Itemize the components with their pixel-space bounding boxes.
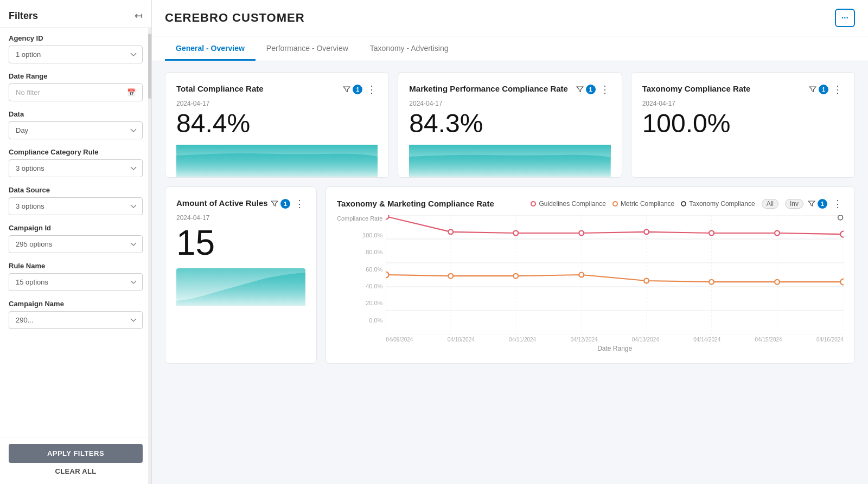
filter-label-campaign-name: Campaign Name — [9, 300, 143, 308]
svg-point-15 — [449, 229, 454, 234]
filter-label-campaign-id: Campaign Id — [9, 224, 143, 232]
legend-all-badge[interactable]: All — [762, 199, 778, 209]
tab-taxonomy-advertising[interactable]: Taxonomy - Advertising — [359, 36, 459, 61]
kpi-filter-badge-2: 1 — [586, 85, 596, 94]
header-menu-button[interactable]: ··· — [835, 9, 855, 27]
kpi-filter-button-3[interactable]: 1 — [809, 85, 828, 94]
kpi-wave-svg-1 — [176, 145, 378, 177]
sidebar-header: Filters ↤ — [0, 0, 151, 28]
line-chart-svg — [386, 215, 844, 334]
svg-point-25 — [579, 272, 584, 277]
filter-label-data-source: Data Source — [9, 186, 143, 194]
filter-select-date-range[interactable]: No filter 📅 — [9, 83, 143, 101]
filter-label-agency-id: Agency ID — [9, 34, 143, 42]
filter-group-campaign-id: Campaign Id 295 options — [9, 224, 143, 253]
filter-select-rule-name[interactable]: 15 options — [9, 273, 143, 291]
svg-point-19 — [709, 230, 714, 235]
svg-point-24 — [514, 274, 519, 279]
apply-filters-button[interactable]: APPLY FILTERS — [9, 444, 143, 463]
dashboard-content: Total Compliance Rate 1 ⋮ 2024-04-17 — [152, 61, 868, 484]
y-tick-60: 60.0% — [366, 266, 382, 273]
kpi-title-total-compliance: Total Compliance Rate — [176, 83, 343, 94]
kpi-card-total-compliance: Total Compliance Rate 1 ⋮ 2024-04-17 — [165, 72, 389, 178]
x-tick-5: 04/13/2024 — [632, 337, 659, 343]
legend-guidelines: Guidelines Compliance — [531, 200, 605, 208]
active-rules-card: Amount of Active Rules 1 ⋮ 2024-04-17 — [165, 186, 317, 364]
kpi-card-header-2: Marketing Performance Compliance Rate 1 … — [409, 83, 610, 95]
line-chart-controls: Guidelines Compliance Metric Compliance … — [531, 198, 844, 210]
clear-all-button[interactable]: CLEAR ALL — [9, 467, 143, 475]
tab-general-overview[interactable]: General - Overview — [165, 36, 256, 61]
svg-point-20 — [775, 230, 780, 235]
sidebar-actions: APPLY FILTERS CLEAR ALL — [0, 437, 151, 484]
filter-select-campaign-id[interactable]: 295 options — [9, 235, 143, 253]
active-rules-title: Amount of Active Rules — [176, 198, 268, 209]
svg-point-29 — [840, 279, 844, 285]
active-rules-filter-button[interactable]: 1 — [271, 199, 290, 209]
sidebar: Filters ↤ Agency ID 1 option Date Range … — [0, 0, 152, 484]
x-tick-6: 04/14/2024 — [693, 337, 720, 343]
y-tick-40: 40.0% — [366, 283, 382, 289]
kpi-filter-button-1[interactable]: 1 — [343, 85, 362, 94]
active-rules-chart — [176, 268, 305, 306]
line-chart-more-button[interactable]: ⋮ — [832, 198, 844, 210]
kpi-card-header-1: Total Compliance Rate 1 ⋮ — [176, 83, 378, 95]
svg-point-28 — [775, 280, 780, 285]
kpi-value-2: 84.3% — [409, 109, 610, 138]
filter-group-date-range: Date Range No filter 📅 — [9, 72, 143, 101]
chart-legend: Guidelines Compliance Metric Compliance … — [531, 199, 803, 209]
filter-select-agency-id[interactable]: 1 option — [9, 46, 143, 63]
tabs-bar: General - Overview Performance - Overvie… — [152, 36, 868, 61]
x-tick-2: 04/10/2024 — [448, 337, 475, 343]
active-rules-filter-badge: 1 — [280, 199, 290, 209]
y-tick-80: 80.0% — [366, 249, 382, 255]
sidebar-collapse-button[interactable]: ↤ — [135, 10, 143, 22]
filter-group-rule-name: Rule Name 15 options — [9, 262, 143, 291]
bottom-row: Amount of Active Rules 1 ⋮ 2024-04-17 — [165, 186, 855, 364]
filter-group-campaign-name: Campaign Name 290... — [9, 300, 143, 329]
kpi-more-button-1[interactable]: ⋮ — [366, 83, 378, 95]
kpi-more-button-2[interactable]: ⋮ — [599, 83, 611, 95]
active-rules-header: Amount of Active Rules 1 ⋮ — [176, 198, 305, 210]
svg-point-23 — [449, 274, 454, 279]
kpi-card-marketing-performance: Marketing Performance Compliance Rate 1 … — [398, 72, 622, 178]
kpi-chart-1 — [176, 145, 378, 177]
kpi-more-button-3[interactable]: ⋮ — [832, 83, 844, 95]
svg-point-21 — [840, 231, 844, 237]
filter-icon-1 — [343, 86, 350, 93]
line-chart-filter-button[interactable]: 1 — [808, 199, 827, 209]
filter-group-agency-id: Agency ID 1 option — [9, 34, 143, 63]
kpi-filter-button-2[interactable]: 1 — [576, 85, 596, 94]
svg-point-22 — [386, 272, 389, 278]
scrollbar-thumb[interactable] — [148, 34, 151, 99]
filter-select-campaign-name[interactable]: 290... — [9, 311, 143, 329]
x-tick-7: 04/15/2024 — [755, 337, 782, 343]
filter-select-compliance-category[interactable]: 3 options — [9, 159, 143, 177]
kpi-filter-badge-1: 1 — [353, 85, 362, 94]
svg-point-27 — [709, 280, 714, 285]
y-label-compliance: Compliance Rate — [337, 215, 382, 222]
x-tick-1: 04/09/2024 — [386, 337, 413, 343]
filter-label-compliance-category: Compliance Category Rule — [9, 148, 143, 156]
y-tick-20: 20.0% — [366, 300, 382, 306]
kpi-date-3: 2024-04-17 — [642, 100, 844, 107]
filter-select-data-source[interactable]: 3 options — [9, 197, 143, 215]
calendar-icon: 📅 — [127, 88, 136, 96]
kpi-chart-2 — [409, 145, 610, 177]
page-title: CEREBRO CUSTOMER — [165, 11, 305, 25]
line-chart-header: Taxonomy & Marketing Compliance Rate Gui… — [337, 198, 844, 210]
sidebar-title: Filters — [9, 10, 38, 22]
kpi-wave-svg-2 — [409, 145, 610, 177]
x-tick-4: 04/12/2024 — [570, 337, 597, 343]
legend-label-taxonomy: Taxonomy Compliance — [689, 200, 755, 208]
filter-select-data[interactable]: Day — [9, 121, 143, 139]
x-tick-3: 04/11/2024 — [509, 337, 536, 343]
svg-point-14 — [386, 215, 389, 220]
kpi-filter-badge-3: 1 — [819, 85, 828, 94]
active-rules-more-button[interactable]: ⋮ — [293, 198, 305, 210]
sidebar-filters: Agency ID 1 option Date Range No filter … — [0, 28, 151, 437]
date-range-value: No filter — [16, 88, 40, 96]
svg-point-26 — [644, 278, 649, 283]
legend-inv-badge[interactable]: Inv — [785, 199, 803, 209]
tab-performance-overview[interactable]: Performance - Overview — [256, 36, 359, 61]
